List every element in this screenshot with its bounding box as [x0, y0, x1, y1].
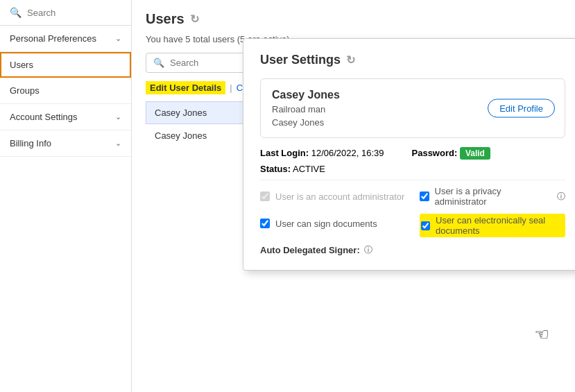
- checkbox-account-admin-label: User is an account administrator: [275, 191, 404, 202]
- sidebar-item-personal-preferences[interactable]: Personal Preferences ⌄: [0, 26, 131, 52]
- sidebar-item-label: Personal Preferences: [10, 33, 96, 44]
- user-list-item-label: Casey Jones: [155, 130, 207, 141]
- checkbox-seal-docs-label: User can electronically seal documents: [436, 215, 561, 236]
- checkbox-account-admin[interactable]: [260, 191, 270, 201]
- user-list-item-label: Casey Jones: [155, 108, 207, 118]
- status-value: ACTIVE: [293, 164, 325, 174]
- user-card: Casey Jones Railroad man Casey Jones Edi…: [260, 78, 565, 138]
- password-status-badge: Valid: [460, 147, 490, 160]
- sidebar-item-account-settings[interactable]: Account Settings ⌄: [0, 104, 131, 130]
- tab-separator-1: |: [230, 83, 232, 93]
- password-label: Password:: [412, 148, 458, 158]
- page-title: Users: [146, 11, 184, 27]
- checkbox-privacy-admin-row: User is a privacy administrator ⓘ: [420, 186, 565, 207]
- search-icon: 🔍: [153, 58, 164, 68]
- sidebar-item-label: Groups: [10, 85, 40, 96]
- status-row: Status: ACTIVE: [260, 164, 565, 174]
- chevron-down-icon: ⌄: [115, 139, 121, 148]
- info-icon[interactable]: ⓘ: [557, 191, 565, 203]
- chevron-down-icon: ⌄: [115, 112, 121, 121]
- sidebar-item-label: Billing Info: [10, 138, 51, 148]
- status-label: Status:: [260, 164, 291, 174]
- checkbox-account-admin-row: User is an account administrator: [260, 186, 406, 207]
- tab-edit-user-details[interactable]: Edit User Details: [146, 81, 225, 94]
- main-content: Users ↻ You have 5 total users (5 are ac…: [132, 0, 575, 392]
- last-login-value: 12/06/2022, 16:39: [311, 148, 384, 158]
- cursor-hand-icon: ☞: [534, 325, 549, 344]
- sidebar-item-label: Account Settings: [10, 112, 78, 122]
- status-section: Status: ACTIVE: [260, 164, 325, 174]
- refresh-icon[interactable]: ↻: [190, 12, 199, 26]
- auto-delegated-row: Auto Delegated Signer: ⓘ: [260, 244, 565, 256]
- checkbox-sign-docs-label: User can sign documents: [275, 219, 377, 229]
- sidebar: 🔍 Personal Preferences ⌄ Users Groups Ac…: [0, 0, 132, 392]
- sidebar-item-users[interactable]: Users: [0, 52, 131, 78]
- panel-title: User Settings: [260, 53, 341, 67]
- checkbox-privacy-admin-label: User is a privacy administrator: [435, 186, 552, 207]
- chevron-down-icon: ⌄: [115, 34, 121, 43]
- last-login-row: Last Login: 12/06/2022, 16:39 Password: …: [260, 148, 565, 158]
- sidebar-item-label: Users: [10, 60, 33, 70]
- last-login-label: Last Login:: [260, 148, 309, 158]
- checkbox-seal-docs[interactable]: [421, 221, 430, 230]
- checkboxes-grid: User is an account administrator User is…: [260, 186, 565, 237]
- auto-delegated-label: Auto Delegated Signer:: [260, 245, 360, 255]
- panel-refresh-icon[interactable]: ↻: [346, 53, 355, 67]
- checkbox-sign-docs[interactable]: [260, 219, 270, 228]
- sidebar-item-billing-info[interactable]: Billing Info ⌄: [0, 130, 131, 157]
- last-login-section: Last Login: 12/06/2022, 16:39: [260, 148, 384, 158]
- edit-profile-button[interactable]: Edit Profile: [488, 99, 555, 118]
- user-settings-panel: User Settings ↻ Casey Jones Railroad man…: [243, 38, 575, 271]
- page-title-row: Users ↻: [146, 11, 561, 27]
- app-container: 🔍 Personal Preferences ⌄ Users Groups Ac…: [0, 0, 575, 392]
- password-section: Password: Valid: [412, 148, 490, 158]
- auto-delegated-info-icon[interactable]: ⓘ: [364, 244, 372, 256]
- user-card-email: Casey Jones: [272, 117, 553, 128]
- search-icon: 🔍: [10, 7, 22, 18]
- checkbox-privacy-admin[interactable]: [420, 191, 429, 201]
- checkbox-sign-docs-row: User can sign documents: [260, 214, 406, 233]
- checkbox-seal-docs-row: User can electronically seal documents: [420, 214, 565, 237]
- panel-title-row: User Settings ↻: [260, 53, 565, 67]
- sidebar-search-input[interactable]: [27, 8, 121, 18]
- divider: [260, 180, 565, 180]
- sidebar-search-bar[interactable]: 🔍: [0, 0, 131, 26]
- sidebar-item-groups[interactable]: Groups: [0, 78, 131, 104]
